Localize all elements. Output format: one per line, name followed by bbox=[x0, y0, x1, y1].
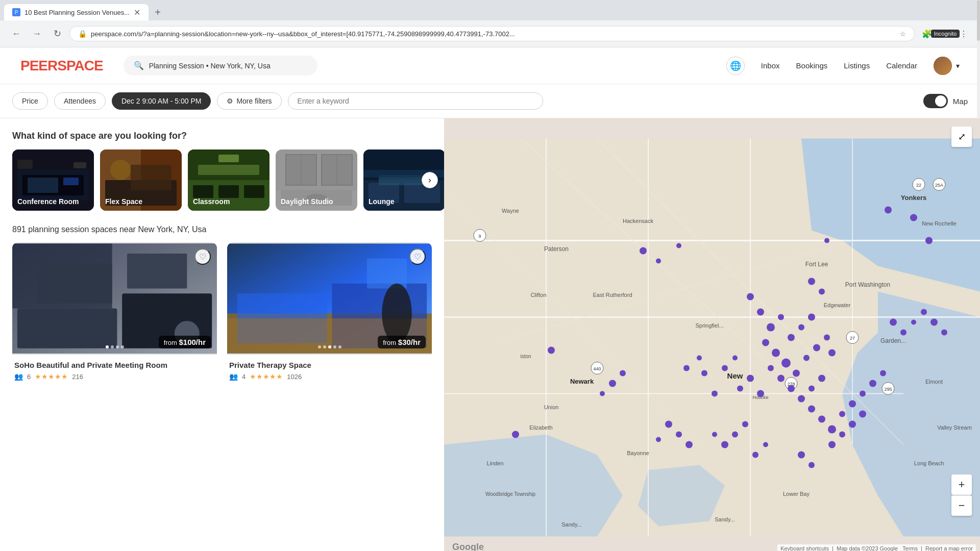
keyword-input[interactable] bbox=[288, 92, 543, 110]
svg-point-132 bbox=[757, 390, 764, 397]
profile-button[interactable]: Incognito bbox=[937, 26, 953, 42]
conference-room-label: Conference Room bbox=[17, 197, 79, 206]
svg-point-143 bbox=[828, 441, 836, 448]
svg-text:Sandy...: Sandy... bbox=[715, 516, 735, 522]
svg-rect-36 bbox=[17, 309, 117, 348]
header-search-bar[interactable]: 🔍 Planning Session • New York, NY, Usa bbox=[124, 56, 317, 76]
listing-1-info: SoHo Beautiful and Private Meeting Room … bbox=[12, 355, 217, 387]
map-expand-button[interactable]: ⤢ bbox=[951, 127, 972, 147]
address-bar[interactable]: 🔒 peerspace.com/s/?a=planning-session&lo… bbox=[69, 26, 915, 41]
nav-actions: 🧩 Incognito ⋮ bbox=[919, 26, 972, 42]
svg-text:iston: iston bbox=[520, 354, 531, 359]
svg-point-157 bbox=[732, 432, 738, 438]
svg-point-141 bbox=[869, 380, 876, 387]
svg-point-122 bbox=[824, 335, 830, 341]
svg-point-139 bbox=[849, 400, 856, 408]
calendar-link[interactable]: Calendar bbox=[886, 61, 917, 70]
svg-text:Long Beach: Long Beach bbox=[914, 460, 944, 466]
inbox-link[interactable]: Inbox bbox=[761, 61, 780, 70]
space-type-classroom[interactable]: Classroom bbox=[188, 149, 270, 211]
svg-point-129 bbox=[818, 375, 825, 382]
svg-text:295: 295 bbox=[884, 387, 892, 392]
svg-point-107 bbox=[656, 259, 661, 264]
listings-grid: ♡ from $100/hr SoHo Beautiful and Privat… bbox=[12, 242, 432, 387]
listing-image-1: ♡ from $100/hr bbox=[12, 242, 217, 355]
attendees-filter-button[interactable]: Attendees bbox=[54, 92, 106, 110]
filter-bar: Price Attendees Dec 2 9:00 AM - 5:00 PM … bbox=[0, 84, 980, 118]
svg-point-102 bbox=[885, 207, 892, 214]
more-filters-button[interactable]: ⚙ More filters bbox=[217, 92, 281, 110]
space-type-flex-space[interactable]: Flex Space bbox=[100, 149, 182, 211]
space-type-conference-room[interactable]: Conference Room bbox=[12, 149, 94, 211]
svg-text:Yonkers: Yonkers bbox=[901, 194, 926, 202]
active-tab[interactable]: P 10 Best Planning Session Venues... ✕ bbox=[4, 4, 149, 20]
svg-point-105 bbox=[824, 238, 829, 243]
price-filter-button[interactable]: Price bbox=[12, 92, 48, 110]
svg-point-155 bbox=[512, 431, 519, 438]
svg-point-138 bbox=[839, 411, 845, 417]
map-toggle: Map bbox=[923, 94, 968, 108]
google-logo: Google bbox=[452, 542, 484, 551]
dot-1-4 bbox=[121, 345, 124, 348]
keyboard-shortcuts-link[interactable]: Keyboard shortcuts bbox=[780, 545, 829, 551]
listing-1-stars: ★★★★★ bbox=[35, 372, 68, 381]
space-type-daylight-studio[interactable]: Daylight Studio bbox=[276, 149, 357, 211]
dot-2-5 bbox=[338, 345, 341, 348]
carousel-next-button[interactable]: › bbox=[422, 172, 438, 188]
refresh-button[interactable]: ↻ bbox=[49, 26, 65, 42]
svg-point-109 bbox=[747, 293, 754, 300]
app-logo[interactable]: PEERSPACE bbox=[20, 58, 103, 74]
results-count: 891 planning session spaces near New Yor… bbox=[12, 225, 432, 234]
listing-2-dots bbox=[318, 345, 341, 348]
svg-point-119 bbox=[793, 370, 800, 377]
svg-text:New Rochelle: New Rochelle bbox=[922, 220, 957, 227]
map-toggle-switch[interactable] bbox=[923, 94, 948, 108]
user-menu[interactable]: ▾ bbox=[934, 57, 960, 75]
svg-point-120 bbox=[803, 355, 810, 361]
listing-2-heart-button[interactable]: ♡ bbox=[409, 248, 426, 265]
date-filter-button[interactable]: Dec 2 9:00 AM - 5:00 PM bbox=[112, 92, 211, 110]
tab-bar: P 10 Best Planning Session Venues... ✕ + bbox=[0, 0, 980, 20]
address-text: peerspace.com/s/?a=planning-session&loca… bbox=[91, 30, 896, 38]
forward-button[interactable]: → bbox=[29, 26, 45, 42]
svg-text:Springfiel...: Springfiel... bbox=[695, 322, 723, 329]
svg-point-166 bbox=[798, 452, 805, 459]
map-container[interactable]: 22 25A 9 27 278 440 295 Yonkers New Roch… bbox=[444, 118, 980, 551]
svg-point-133 bbox=[722, 365, 728, 371]
svg-point-118 bbox=[781, 359, 791, 368]
terms-link[interactable]: Terms bbox=[902, 545, 918, 551]
listing-1-heart-button[interactable]: ♡ bbox=[194, 248, 211, 265]
svg-point-158 bbox=[712, 432, 717, 437]
scrollbar-thumb[interactable] bbox=[977, 0, 980, 41]
svg-point-151 bbox=[609, 380, 616, 387]
new-tab-button[interactable]: + bbox=[151, 5, 165, 19]
svg-point-147 bbox=[665, 421, 672, 428]
svg-point-134 bbox=[732, 356, 738, 361]
listing-1-attendees: 6 bbox=[27, 373, 31, 381]
language-button[interactable]: 🌐 bbox=[726, 57, 745, 75]
menu-button[interactable]: ⋮ bbox=[955, 26, 972, 42]
svg-point-149 bbox=[685, 441, 693, 448]
listing-2-reviews: 1026 bbox=[287, 373, 302, 381]
svg-point-136 bbox=[818, 416, 825, 423]
flex-space-label: Flex Space bbox=[105, 197, 142, 206]
listing-1-meta: 👥 6 ★★★★★ 216 bbox=[14, 372, 215, 381]
listing-card-1[interactable]: ♡ from $100/hr SoHo Beautiful and Privat… bbox=[12, 242, 217, 387]
back-button[interactable]: ← bbox=[8, 26, 24, 42]
svg-text:Valley Stream: Valley Stream bbox=[937, 424, 972, 431]
svg-text:Paterson: Paterson bbox=[544, 245, 569, 253]
listings-link[interactable]: Listings bbox=[844, 61, 870, 70]
map-zoom-in-button[interactable]: + bbox=[951, 474, 972, 495]
report-link[interactable]: Report a map error bbox=[925, 545, 973, 551]
tab-close-button[interactable]: ✕ bbox=[134, 8, 140, 17]
svg-text:East Rutherford: East Rutherford bbox=[593, 292, 632, 298]
listing-card-2[interactable]: ♡ from $30/hr Private Therapy Space bbox=[227, 242, 432, 387]
attendees-icon-1: 👥 bbox=[14, 372, 23, 381]
search-icon: 🔍 bbox=[134, 61, 144, 70]
header-search-text: Planning Session • New York, NY, Usa bbox=[149, 62, 271, 70]
svg-point-160 bbox=[890, 319, 897, 326]
map-zoom-out-button[interactable]: − bbox=[951, 495, 972, 516]
bookings-link[interactable]: Bookings bbox=[796, 61, 828, 70]
svg-text:Hackensack: Hackensack bbox=[623, 218, 653, 224]
filter-sliders-icon: ⚙ bbox=[227, 97, 233, 105]
